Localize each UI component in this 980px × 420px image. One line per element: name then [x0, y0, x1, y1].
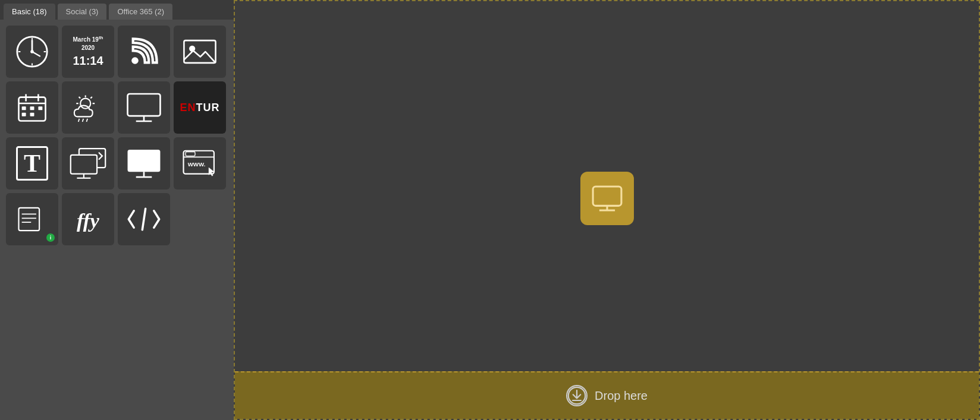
- tab-bar: Basic (18) Social (3) Office 365 (2): [0, 0, 234, 20]
- svg-rect-50: [593, 186, 621, 205]
- svg-rect-16: [30, 106, 34, 110]
- tab-basic[interactable]: Basic (18): [4, 4, 55, 20]
- widget-screen[interactable]: [118, 81, 170, 134]
- svg-rect-9: [184, 40, 215, 63]
- svg-point-3: [30, 50, 34, 53]
- left-panel: Basic (18) Social (3) Office 365 (2) Mar…: [0, 0, 234, 420]
- widget-clock[interactable]: [6, 26, 58, 78]
- svg-rect-41: [186, 152, 195, 156]
- svg-line-28: [86, 119, 87, 122]
- widget-listinfo[interactable]: i: [6, 193, 58, 245]
- svg-rect-15: [22, 106, 26, 110]
- svg-line-27: [83, 119, 84, 122]
- svg-point-20: [80, 99, 90, 109]
- tab-office365[interactable]: Office 365 (2): [109, 4, 172, 20]
- svg-line-26: [78, 119, 80, 122]
- svg-marker-43: [209, 168, 214, 176]
- drop-icon: [566, 385, 588, 406]
- svg-rect-36: [128, 150, 161, 172]
- svg-point-8: [131, 57, 139, 64]
- svg-rect-19: [30, 113, 34, 116]
- widget-calendar[interactable]: [6, 81, 58, 134]
- drop-zone[interactable]: Drop here: [235, 371, 979, 419]
- widget-rss[interactable]: [118, 26, 170, 78]
- svg-rect-18: [22, 113, 26, 116]
- svg-rect-29: [128, 94, 161, 116]
- widget-fly[interactable]: ffy: [62, 193, 114, 245]
- svg-rect-44: [18, 208, 39, 230]
- svg-text:ffy: ffy: [77, 209, 99, 232]
- svg-text:WWW.: WWW.: [188, 161, 206, 168]
- widget-text[interactable]: T: [6, 137, 58, 190]
- svg-line-23: [90, 97, 92, 99]
- widget-code[interactable]: [118, 193, 170, 245]
- svg-line-24: [79, 97, 81, 99]
- canvas-widget-screen[interactable]: [580, 172, 634, 225]
- widget-multiscreen[interactable]: [62, 137, 114, 190]
- svg-rect-33: [71, 155, 97, 174]
- widget-whitescreen[interactable]: [118, 137, 170, 190]
- widget-grid: March 19th 2020 11:14: [0, 20, 234, 420]
- widget-www[interactable]: WWW.: [174, 137, 226, 190]
- tab-social[interactable]: Social (3): [58, 4, 107, 20]
- drop-label: Drop here: [595, 389, 648, 403]
- widget-image[interactable]: [174, 26, 226, 78]
- svg-rect-17: [38, 106, 42, 110]
- canvas-area[interactable]: [235, 1, 979, 371]
- svg-line-49: [142, 209, 145, 229]
- right-panel: Drop here: [234, 0, 980, 420]
- widget-weather[interactable]: [62, 81, 114, 134]
- listinfo-badge: i: [46, 233, 55, 242]
- widget-datetime[interactable]: March 19th 2020 11:14: [62, 26, 114, 78]
- widget-entur[interactable]: ENTUR: [174, 81, 226, 134]
